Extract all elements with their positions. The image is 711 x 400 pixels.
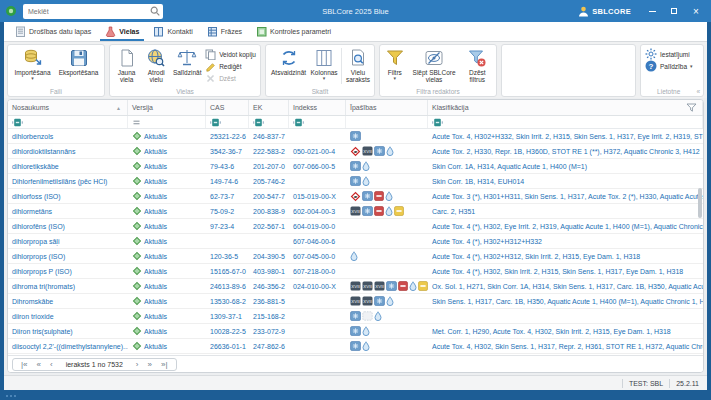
table-row[interactable]: diisooctyl 2,2'-((dimethylstannylene)...… (8, 339, 703, 354)
index-cell (289, 174, 346, 188)
collapse-ribbon-icon[interactable]: « (696, 88, 700, 95)
refresh-button[interactable]: Atsvaidzināt (268, 46, 309, 88)
version-active-icon (132, 341, 142, 351)
filter-cell-6[interactable] (428, 116, 703, 128)
filter-cell-5[interactable] (346, 116, 428, 128)
column-header-4[interactable]: Indekss (289, 100, 346, 115)
table-row[interactable]: dihlorbenzolsAktuāls25321-22-6246-837-7A… (8, 129, 703, 144)
sds-tab-icon (15, 26, 26, 37)
filter-cell-1[interactable] (128, 116, 206, 128)
table-row[interactable]: diiron trioxideAktuāls1309-37-1215-168-2 (8, 309, 703, 324)
contains-filter-icon[interactable] (253, 118, 264, 127)
columns-button[interactable]: Kolonnas▾ (309, 46, 339, 88)
version-cell: Aktuāls (128, 339, 206, 353)
filter-cell-3[interactable] (249, 116, 289, 128)
droplet-icon (386, 146, 394, 156)
global-search[interactable] (23, 4, 163, 19)
button-label: Veidot kopiju (219, 51, 256, 58)
contains-filter-icon[interactable] (210, 118, 221, 127)
user-account-button[interactable]: SBLCORE (568, 0, 641, 22)
edit-button[interactable]: Rediģēt (203, 60, 258, 72)
table-row[interactable]: Diiron tris(sulphate)Aktuāls10028-22-523… (8, 324, 703, 339)
column-header-0[interactable]: Nosaukums▲ (8, 100, 128, 115)
vertical-scrollbar[interactable] (698, 188, 702, 218)
maximize-button[interactable] (663, 0, 685, 22)
clear-filters-button[interactable]: Dzēst filtrus (461, 46, 494, 88)
pagination-prev-page-button[interactable]: « (33, 359, 45, 370)
classification-cell: Acute Tox. 4 (*), H302+H312+H332 (428, 234, 703, 248)
resize-grip[interactable] (6, 395, 16, 397)
hide-eye-icon (424, 48, 444, 68)
find-substance-button[interactable]: Atrodi vielu (141, 46, 171, 88)
svg-text:XVII: XVII (375, 284, 383, 289)
export-button[interactable]: Eksportēšana (55, 46, 102, 88)
table-row[interactable]: dihloretiķskābeAktuāls79-43-6201-207-060… (8, 159, 703, 174)
ribbon-group-label: «Lietotne (641, 88, 703, 95)
contains-filter-icon[interactable] (12, 118, 23, 127)
ribbon-button-stack: Iestatījumi?Palīdzība▾ (643, 46, 695, 72)
droplet-icon (386, 296, 394, 306)
minimize-button[interactable] (641, 0, 663, 22)
pagination-prev-button[interactable]: ‹ (46, 359, 57, 370)
contains-filter-icon[interactable] (293, 118, 304, 127)
column-header-5[interactable]: Īpašības (346, 100, 428, 115)
table-row[interactable]: dihlorprops P (ISO)Aktuāls15165-67-0403-… (8, 264, 703, 279)
table-row[interactable]: dihlordioktilstannānsAktuāls3542-36-7222… (8, 144, 703, 159)
svg-text:XVII: XVII (351, 209, 359, 214)
table-row[interactable]: dihlormetānsAktuāls75-09-2200-838-9602-0… (8, 204, 703, 219)
table-row[interactable]: DihromskābeAktuāls13530-68-2236-881-5XVI… (8, 294, 703, 309)
tab-substances[interactable]: Vielas (98, 22, 146, 41)
column-header-1[interactable]: Versija (128, 100, 206, 115)
column-header-3[interactable]: EK (249, 100, 289, 115)
substance-list-button[interactable]: Vielu saraksts (344, 46, 372, 88)
version-active-icon (132, 176, 142, 186)
settings-button[interactable]: Iestatījumi (643, 48, 695, 60)
version-label: Aktuāls (144, 298, 167, 305)
compare-button[interactable]: Salīdzināt (171, 46, 203, 88)
substance-name-cell: Diiron tris(sulphate) (8, 324, 128, 338)
table-row[interactable]: dihlorpropa sāļiAktuāls607-046-00-6Acute… (8, 234, 703, 249)
table-row[interactable]: dihlorprops (ISO)Aktuāls120-36-5204-390-… (8, 249, 703, 264)
content-area: Nosaukums▲VersijaCASEKIndekssĪpašībasKla… (4, 98, 707, 375)
make-copy-button[interactable]: Veidot kopiju (203, 48, 258, 60)
table-row[interactable]: dihroma tri(hromats)Aktuāls24613-89-6246… (8, 279, 703, 294)
table-row[interactable]: dihlorfoss (ISO)Aktuāls62-73-7200-547-70… (8, 189, 703, 204)
column-header-2[interactable]: CAS (206, 100, 249, 115)
close-button[interactable]: × (685, 0, 707, 22)
ek-cell (249, 234, 289, 248)
svg-text:XVII: XVII (363, 299, 371, 304)
button-label: Vielu saraksts (344, 69, 372, 83)
delete-button[interactable]: Dzēst (203, 72, 258, 84)
tab-label: Vielas (119, 28, 139, 35)
tab-contacts[interactable]: Kontakti (146, 22, 199, 41)
hide-sblcore-button[interactable]: Slēpt SBLCore vielas (408, 46, 461, 88)
search-input[interactable] (28, 8, 150, 15)
contains-filter-icon[interactable] (432, 118, 443, 127)
ek-cell: 205-746-2 (249, 174, 289, 188)
table-row[interactable]: dihlorofēns (ISO)Aktuāls97-23-4202-567-1… (8, 219, 703, 234)
pagination-last-button[interactable]: »| (157, 359, 172, 370)
tab-control-parameters[interactable]: Kontroles parametri (249, 22, 338, 41)
new-substance-button[interactable]: Jauna viela (112, 46, 141, 88)
column-filter-icon[interactable] (686, 103, 697, 112)
pagination-first-button[interactable]: |« (17, 359, 32, 370)
pagination-next-page-button[interactable]: » (144, 359, 156, 370)
help-button[interactable]: ?Palīdzība▾ (643, 60, 695, 72)
column-header-6[interactable]: Klasifikācija (428, 100, 703, 115)
classification-cell: Acute Tox. 3 (*), H301+H311, Skin Sens. … (428, 189, 703, 203)
filter-cell-4[interactable] (289, 116, 346, 128)
filter-cell-0[interactable] (8, 116, 128, 128)
index-cell: 607-046-00-6 (289, 234, 346, 248)
table-row[interactable]: Dihlorfenilmetilsilāns (pēc HCl)Aktuāls1… (8, 174, 703, 189)
equals-filter-icon[interactable] (132, 118, 141, 127)
tab-sds[interactable]: Drošības datu lapas (8, 22, 98, 41)
refresh-icon (279, 48, 299, 68)
filter-button[interactable]: Filtrs▾ (382, 46, 408, 88)
filter-cell-2[interactable] (206, 116, 249, 128)
pagination-next-button[interactable]: › (132, 359, 143, 370)
button-label: Salīdzināt (173, 69, 202, 76)
tab-phrases[interactable]: Frāzes (200, 22, 249, 41)
classification-cell: Acute Tox. 4 (*), H302, Skin Irrit. 2, H… (428, 264, 703, 278)
import-button[interactable]: Importēšana▾ (10, 46, 55, 88)
ribbon-group-label: Skatīt (266, 88, 374, 95)
